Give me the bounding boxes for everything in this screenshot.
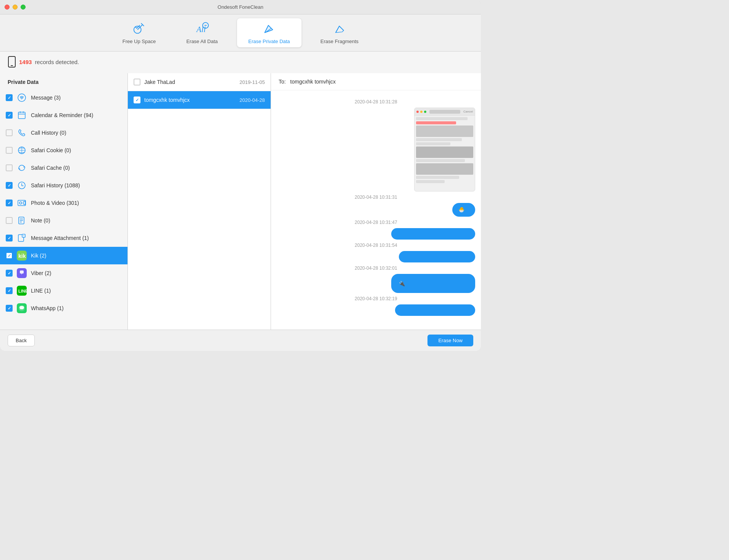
checkbox-line[interactable] [6, 287, 13, 294]
sidebar-label-whatsapp: WhatsApp (1) [31, 305, 64, 311]
sidebar-label-viber: Viber (2) [31, 270, 51, 276]
detail-to-name: tomgcxhk tomvhjcx [290, 79, 335, 85]
sidebar-item-message[interactable]: Message (3) [0, 89, 127, 106]
safari-cookie-icon [16, 145, 27, 156]
main-window: Ondesoft FoneClean Free Up Space All [0, 0, 481, 351]
checkbox-message[interactable] [6, 94, 13, 101]
traffic-lights [5, 5, 26, 10]
sidebar-item-safari-cookie[interactable]: Safari Cookie (0) [0, 142, 127, 159]
toolbar-erase-private-data[interactable]: Erase Private Data [237, 18, 302, 47]
sidebar-item-note[interactable]: Note (0) [0, 212, 127, 229]
msg-ts-1: 2020-04-28 10:31:31 [277, 195, 475, 200]
minimize-button[interactable] [13, 5, 18, 10]
sidebar-label-photo-video: Photo & Video (301) [31, 200, 79, 206]
checkbox-call-history[interactable] [6, 129, 13, 136]
detail-panel: To: tomgcxhk tomvhjcx 2020-04-28 10:31:2… [271, 73, 481, 330]
titlebar: Ondesoft FoneClean [0, 0, 481, 14]
whatsapp-icon [16, 303, 27, 314]
free-up-space-label: Free Up Space [123, 39, 156, 44]
sidebar-item-photo-video[interactable]: Photo & Video (301) [0, 194, 127, 212]
free-up-space-icon [131, 21, 147, 37]
erase-now-button[interactable]: Erase Now [427, 335, 473, 346]
conversation-jake[interactable]: Jake ThaLad 2019-11-05 [128, 73, 271, 91]
sidebar-label-kik: Kik (2) [31, 253, 46, 259]
erase-fragments-icon [332, 21, 347, 37]
msg-bubble-4: 🔌 [277, 274, 475, 293]
checkbox-note[interactable] [6, 217, 13, 224]
msg-bubble-2 [277, 228, 475, 240]
sidebar-label-calendar: Calendar & Reminder (94) [31, 112, 93, 118]
checkbox-safari-cookie[interactable] [6, 147, 13, 154]
toolbar-erase-fragments[interactable]: Erase Fragments [309, 18, 370, 47]
bubble-2 [391, 228, 475, 240]
sidebar-item-kik[interactable]: kik Kik (2) [0, 247, 127, 264]
msg-bubble-5 [277, 304, 475, 316]
sidebar-item-whatsapp[interactable]: WhatsApp (1) [0, 299, 127, 317]
erase-all-data-icon: All [194, 21, 210, 37]
detail-header: To: tomgcxhk tomvhjcx [271, 73, 481, 90]
bubble-5 [395, 304, 475, 316]
detail-messages[interactable]: 2020-04-28 10:31:28 Cancel [271, 90, 481, 330]
svg-rect-9 [18, 112, 25, 119]
msg-ts-3: 2020-04-28 10:31:54 [277, 243, 475, 248]
safari-cache-icon [16, 163, 27, 173]
checkbox-whatsapp[interactable] [6, 305, 13, 312]
conversation-tomgcxhk[interactable]: tomgcxhk tomvhjcx 2020-04-28 [128, 91, 271, 109]
msg-bubble-3 [277, 251, 475, 262]
sidebar-item-calendar[interactable]: Calendar & Reminder (94) [0, 106, 127, 124]
maximize-button[interactable] [21, 5, 26, 10]
conv-date-tomgcxhk: 2020-04-28 [240, 97, 265, 103]
note-icon [16, 215, 27, 226]
conversations-panel: Jake ThaLad 2019-11-05 tomgcxhk tomvhjcx… [128, 73, 271, 330]
sidebar-item-safari-cache[interactable]: Safari Cache (0) [0, 159, 127, 177]
sidebar-item-viber[interactable]: Viber (2) [0, 264, 127, 282]
conv-check-jake[interactable] [134, 79, 140, 85]
sidebar-title: Private Data [0, 77, 127, 89]
window-title: Ondesoft FoneClean [218, 4, 263, 10]
conv-name-jake: Jake ThaLad [144, 79, 236, 85]
close-button[interactable] [5, 5, 10, 10]
back-button[interactable]: Back [8, 335, 35, 346]
phone-icon [8, 56, 16, 68]
viber-icon [16, 268, 27, 278]
erase-fragments-label: Erase Fragments [321, 39, 359, 44]
sidebar-label-note: Note (0) [31, 217, 50, 224]
sidebar-item-call-history[interactable]: Call History (0) [0, 124, 127, 142]
checkbox-viber[interactable] [6, 270, 13, 277]
sidebar: Private Data Message (3) [0, 73, 128, 330]
sidebar-item-line[interactable]: LINE LINE (1) [0, 282, 127, 299]
safari-history-icon [16, 180, 27, 191]
records-bar: 1493 records detected. [0, 51, 481, 73]
sidebar-label-safari-cookie: Safari Cookie (0) [31, 147, 71, 153]
sidebar-item-message-attachment[interactable]: Message Attachment (1) [0, 229, 127, 247]
conv-date-jake: 2019-11-05 [240, 79, 265, 85]
message-icon [16, 92, 27, 103]
conv-name-tomgcxhk: tomgcxhk tomvhjcx [144, 97, 236, 103]
detail-to-label: To: [279, 79, 286, 85]
toolbar-erase-all-data[interactable]: All Erase All Data [175, 18, 229, 47]
sidebar-item-safari-history[interactable]: Safari History (1088) [0, 177, 127, 194]
calendar-icon [16, 110, 27, 121]
message-attachment-icon [16, 233, 27, 243]
msg-ts-5: 2020-04-28 10:32:19 [277, 296, 475, 301]
svg-text:LINE: LINE [18, 289, 27, 293]
checkbox-kik[interactable] [6, 252, 13, 259]
toolbar-free-up-space[interactable]: Free Up Space [111, 18, 167, 47]
bubble-4: 🔌 [391, 274, 475, 293]
msg-bubble-1: 🐣 [277, 203, 475, 217]
msg-ts-2: 2020-04-28 10:31:47 [277, 220, 475, 225]
sidebar-label-line: LINE (1) [31, 288, 51, 294]
checkbox-safari-history[interactable] [6, 182, 13, 189]
line-icon: LINE [16, 285, 27, 296]
svg-point-18 [19, 202, 22, 204]
conv-check-tomgcxhk[interactable] [134, 97, 140, 103]
checkbox-message-attachment[interactable] [6, 235, 13, 241]
checkbox-calendar[interactable] [6, 112, 13, 119]
checkbox-photo-video[interactable] [6, 200, 13, 206]
bubble-3 [399, 251, 475, 262]
svg-text:kik: kik [18, 253, 26, 259]
kik-icon: kik [16, 250, 27, 261]
checkbox-safari-cache[interactable] [6, 164, 13, 171]
photo-video-icon [16, 198, 27, 208]
bubble-1: 🐣 [452, 203, 475, 217]
